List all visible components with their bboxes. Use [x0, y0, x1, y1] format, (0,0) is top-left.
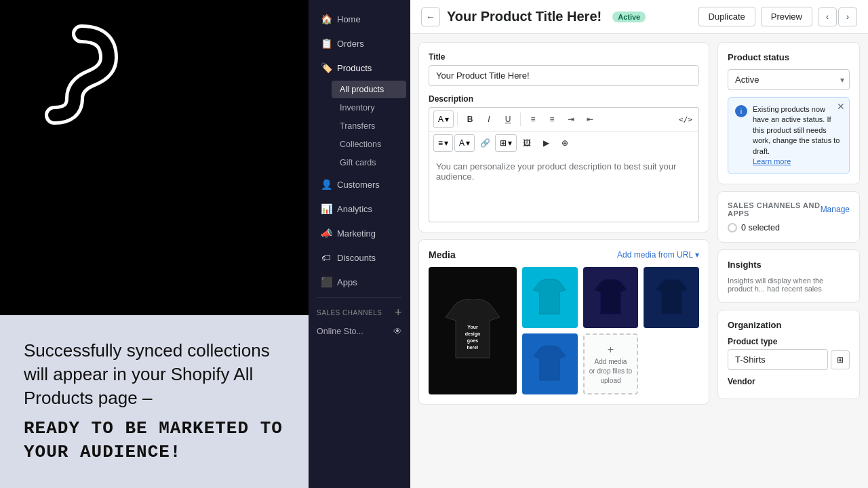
sidebar-marketing-label: Marketing — [337, 228, 376, 239]
header-actions: Duplicate Preview ‹ › — [698, 7, 857, 26]
learn-more-link[interactable]: Learn more — [753, 157, 791, 165]
editor-toolbar-row1: A ▾ B I U ≡ ≡ ⇥ ⇤ </> — [429, 107, 699, 131]
sidebar-sub-collections[interactable]: Collections — [332, 136, 406, 153]
insights-title: Insights — [728, 260, 850, 270]
online-store-visibility-icon: 👁 — [393, 327, 402, 336]
promo-bold-text: READY TO BE MARKETED TO YOUR AUDIENCE! — [24, 417, 285, 464]
font-dropdown[interactable]: A ▾ — [433, 110, 454, 128]
content-main: Title Description A ▾ B I U — [418, 42, 709, 480]
status-select[interactable]: Active Draft — [728, 69, 850, 90]
add-media-text: Add media — [595, 358, 627, 365]
selected-count: 0 selected — [741, 223, 780, 232]
sidebar-analytics-label: Analytics — [337, 204, 372, 214]
media-item-navy[interactable] — [644, 267, 699, 328]
preview-button[interactable]: Preview — [761, 7, 812, 26]
sidebar-item-apps[interactable]: ⬛ Apps — [313, 270, 406, 293]
drop-files-text: or drop files to — [589, 367, 632, 375]
outdent-button[interactable]: ⇤ — [581, 110, 599, 128]
sidebar-item-orders[interactable]: 📋 Orders — [313, 32, 406, 55]
apps-icon: ⬛ — [321, 277, 332, 287]
radio-circle — [728, 223, 737, 232]
editor-toolbar-row2: ≡ ▾ A ▾ 🔗 ⊞ ▾ 🖼 ▶ — [429, 131, 699, 155]
sidebar-discounts-label: Discounts — [337, 253, 376, 263]
sales-channels-card: SALES CHANNELS AND APPS Manage 0 selecte… — [717, 191, 860, 243]
underline-button[interactable]: U — [499, 110, 517, 128]
organization-card: Organization Product type ⊞ Vendor — [717, 310, 860, 399]
sales-channels-title: SALES CHANNELS AND APPS — [728, 201, 821, 218]
duplicate-button[interactable]: Duplicate — [698, 7, 755, 26]
sidebar-home-label: Home — [337, 14, 361, 24]
add-sales-channel-button[interactable]: + — [395, 306, 402, 320]
discounts-icon: 🏷 — [321, 252, 332, 263]
insights-subtext: Insights will display when the product h… — [728, 277, 850, 293]
add-media-button[interactable]: Add media from URL ▾ — [617, 250, 699, 260]
promo-area: Successfully synced collections will app… — [0, 0, 309, 488]
svg-text:Your: Your — [467, 325, 478, 329]
media-title: Media — [429, 249, 456, 260]
sidebar-item-marketing[interactable]: 📣 Marketing — [313, 222, 406, 245]
link-button[interactable]: 🔗 — [476, 134, 494, 152]
bold-button[interactable]: B — [461, 110, 479, 128]
sidebar-sub-transfers[interactable]: Transfers — [332, 117, 406, 135]
promo-regular-text: Successfully synced collections will app… — [24, 339, 285, 410]
media-grid: Your design goes here! — [429, 267, 699, 394]
video-button[interactable]: ▶ — [537, 134, 555, 152]
status-select-wrapper: Active Draft — [728, 69, 850, 90]
main-content: ← Your Product Title Here! Active Duplic… — [410, 0, 868, 488]
align-center-button[interactable]: ≡ — [543, 110, 561, 128]
content-sidebar: Product status Active Draft i Existing p… — [717, 42, 860, 480]
next-product-button[interactable]: › — [838, 7, 857, 26]
products-submenu: All products Inventory Transfers Collect… — [309, 80, 410, 172]
code-button[interactable]: </> — [677, 110, 694, 128]
sidebar-item-discounts[interactable]: 🏷 Discounts — [313, 246, 406, 269]
back-button[interactable]: ← — [421, 7, 440, 26]
sidebar-products-label: Products — [337, 63, 372, 73]
product-title: Your Product Title Here! — [447, 9, 601, 24]
vendor-label: Vendor — [728, 377, 850, 386]
product-status-title: Product status — [728, 52, 850, 62]
sidebar-online-store[interactable]: Online Sto... 👁 — [309, 323, 410, 340]
media-item-darkblue[interactable] — [583, 267, 639, 328]
sidebar-apps-label: Apps — [337, 277, 357, 287]
table-dropdown[interactable]: ⊞ ▾ — [495, 134, 517, 152]
prev-product-button[interactable]: ‹ — [818, 7, 837, 26]
editor-content[interactable]: You can personalize your product descrip… — [429, 155, 699, 222]
sidebar-customers-label: Customers — [337, 180, 380, 190]
title-input[interactable] — [429, 65, 699, 86]
sidebar-orders-label: Orders — [337, 39, 364, 49]
media-item-large[interactable]: Your design goes here! — [429, 267, 517, 394]
more-button[interactable]: ⊕ — [556, 134, 574, 152]
indent-button[interactable]: ⇥ — [562, 110, 580, 128]
product-type-input[interactable] — [728, 349, 828, 370]
media-item-medblue[interactable] — [522, 333, 578, 394]
italic-button[interactable]: I — [480, 110, 498, 128]
organization-title: Organization — [728, 320, 850, 330]
product-type-browse-button[interactable]: ⊞ — [831, 350, 850, 369]
info-text: Existing products now have an active sta… — [753, 104, 842, 167]
sidebar-item-products[interactable]: 🏷️ Products — [313, 56, 406, 79]
toolbar-sep2 — [520, 113, 521, 126]
product-details-card: Title Description A ▾ B I U — [418, 42, 709, 232]
sidebar-item-home[interactable]: 🏠 Home — [313, 7, 406, 30]
sidebar-item-analytics[interactable]: 📊 Analytics — [313, 197, 406, 220]
sidebar-sub-inventory[interactable]: Inventory — [332, 99, 406, 117]
sidebar-sub-all-products[interactable]: All products — [332, 81, 406, 98]
customers-icon: 👤 — [321, 179, 332, 190]
image-button[interactable]: 🖼 — [518, 134, 536, 152]
sidebar-sub-gift-cards[interactable]: Gift cards — [332, 154, 406, 171]
manage-link[interactable]: Manage — [821, 205, 850, 214]
media-upload-placeholder[interactable]: + Add media or drop files to upload — [583, 333, 639, 394]
align-dropdown[interactable]: ≡ ▾ — [433, 134, 453, 152]
media-item-teal[interactable] — [522, 267, 578, 328]
color-dropdown[interactable]: A ▾ — [454, 134, 475, 152]
svg-text:design: design — [465, 331, 481, 337]
info-close-button[interactable]: ✕ — [837, 102, 845, 111]
home-icon: 🏠 — [321, 14, 332, 24]
title-label: Title — [429, 52, 699, 62]
bullet-list-button[interactable]: ≡ — [524, 110, 542, 128]
product-status-card: Product status Active Draft i Existing p… — [717, 42, 860, 184]
sidebar-item-customers[interactable]: 👤 Customers — [313, 173, 406, 196]
content-body: Title Description A ▾ B I U — [410, 34, 868, 488]
info-icon: i — [735, 105, 747, 117]
sales-channels-header: SALES CHANNELS + — [309, 300, 410, 323]
